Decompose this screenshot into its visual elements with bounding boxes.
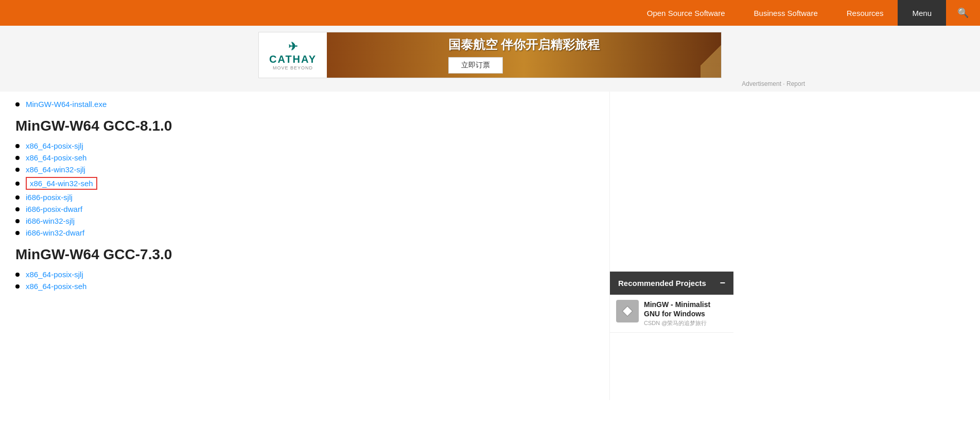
- section-title-gcc730: MinGW-W64 GCC-7.3.0: [15, 246, 594, 263]
- link-i686-posix-dwarf[interactable]: i686-posix-dwarf: [26, 205, 82, 213]
- link-item-x86-posix-sjlj: x86_64-posix-sjlj: [15, 141, 594, 150]
- sidebar: Recommended Projects − MinGW - Minimalis…: [610, 92, 733, 400]
- top-link[interactable]: MinGW-W64-install.exe: [26, 100, 107, 109]
- nav-business[interactable]: Business Software: [740, 0, 832, 26]
- project-info: MinGW - Minimalist GNU for Windows CSDN …: [644, 300, 727, 327]
- link-item-x86-posix-seh: x86_64-posix-seh: [15, 153, 594, 162]
- ad-banner-wrapper: 广告 × ✈ CATHAY MOVE BEYOND 国泰航空 伴你开启精彩旅程 …: [0, 26, 980, 78]
- ad-report-bar: Advertisement · Report: [0, 78, 980, 92]
- ad-main-text: 国泰航空 伴你开启精彩旅程: [448, 37, 600, 53]
- nav-menu-label: Menu: [912, 9, 932, 17]
- nav-open-source[interactable]: Open Source Software: [633, 0, 740, 26]
- diamond-icon: [621, 305, 634, 317]
- link-x86-posix-sjlj[interactable]: x86_64-posix-sjlj: [26, 141, 83, 150]
- top-nav: Open Source Software Business Software R…: [0, 0, 980, 26]
- cathay-sub: MOVE BEYOND: [273, 65, 313, 70]
- recommended-collapse-button[interactable]: −: [720, 278, 725, 289]
- link-item-i686-win32-dwarf: i686-win32-dwarf: [15, 228, 594, 237]
- link-item-gcc730-x86-posix-seh: x86_64-posix-seh: [15, 282, 594, 291]
- nav-open-source-label: Open Source Software: [647, 9, 725, 17]
- bullet-dot: [15, 231, 20, 235]
- section-title-gcc810: MinGW-W64 GCC-8.1.0: [15, 118, 594, 134]
- link-x86-win32-seh[interactable]: x86_64-win32-seh: [26, 177, 97, 190]
- main-layout: MinGW-W64-install.exe MinGW-W64 GCC-8.1.…: [0, 92, 980, 400]
- ad-image[interactable]: 国泰航空 伴你开启精彩旅程 立即订票: [327, 32, 721, 78]
- project-icon: [616, 300, 639, 322]
- link-item-gcc730-x86-posix-sjlj: x86_64-posix-sjlj: [15, 270, 594, 279]
- link-i686-win32-sjlj[interactable]: i686-win32-sjlj: [26, 217, 75, 225]
- recommended-projects-header: Recommended Projects −: [610, 272, 733, 295]
- search-button[interactable]: 🔍: [946, 0, 980, 26]
- link-item-x86-win32-seh-highlighted: x86_64-win32-seh: [15, 177, 594, 190]
- bullet-dot: [15, 195, 20, 200]
- recommended-project-item[interactable]: MinGW - Minimalist GNU for Windows CSDN …: [610, 295, 733, 333]
- cathay-bird-icon: ✈: [288, 40, 297, 53]
- recommended-label: Recommended Projects: [618, 279, 706, 288]
- nav-resources[interactable]: Resources: [832, 0, 898, 26]
- top-link-item: MinGW-W64-install.exe: [15, 100, 594, 109]
- link-x86-posix-seh[interactable]: x86_64-posix-seh: [26, 153, 86, 162]
- link-i686-posix-sjlj[interactable]: i686-posix-sjlj: [26, 193, 73, 202]
- cathay-logo: ✈ CATHAY MOVE BEYOND: [259, 40, 327, 70]
- bullet-dot: [15, 182, 20, 186]
- ad-report-text: Advertisement · Report: [742, 80, 805, 87]
- ad-decoration: [701, 32, 721, 78]
- link-gcc730-x86-posix-seh[interactable]: x86_64-posix-seh: [26, 282, 86, 291]
- search-icon: 🔍: [957, 7, 969, 19]
- project-source: CSDN @荣马的追梦旅行: [644, 319, 727, 327]
- link-item-x86-win32-sjlj: x86_64-win32-sjlj: [15, 165, 594, 174]
- bullet-dot: [15, 144, 20, 148]
- link-i686-win32-dwarf[interactable]: i686-win32-dwarf: [26, 228, 84, 237]
- svg-marker-0: [622, 306, 633, 316]
- cathay-name: CATHAY: [269, 53, 317, 65]
- nav-business-label: Business Software: [754, 9, 818, 17]
- link-item-i686-posix-sjlj: i686-posix-sjlj: [15, 193, 594, 202]
- main-content: MinGW-W64-install.exe MinGW-W64 GCC-8.1.…: [0, 92, 610, 400]
- ad-content: 国泰航空 伴你开启精彩旅程 立即订票: [448, 37, 600, 74]
- bullet-dot: [15, 284, 20, 289]
- bullet-dot: [15, 207, 20, 211]
- bullet-dot: [15, 102, 20, 106]
- nav-resources-label: Resources: [847, 9, 884, 17]
- link-item-i686-posix-dwarf: i686-posix-dwarf: [15, 205, 594, 213]
- bullet-dot: [15, 156, 20, 160]
- project-name: MinGW - Minimalist GNU for Windows: [644, 300, 727, 318]
- link-gcc730-x86-posix-sjlj[interactable]: x86_64-posix-sjlj: [26, 270, 83, 279]
- nav-menu[interactable]: Menu: [898, 0, 946, 26]
- ad-banner: 广告 × ✈ CATHAY MOVE BEYOND 国泰航空 伴你开启精彩旅程 …: [258, 32, 722, 78]
- link-x86-win32-sjlj[interactable]: x86_64-win32-sjlj: [26, 165, 85, 174]
- bullet-dot: [15, 168, 20, 172]
- ad-cta-button[interactable]: 立即订票: [448, 57, 503, 74]
- link-item-i686-win32-sjlj: i686-win32-sjlj: [15, 217, 594, 225]
- bullet-dot: [15, 219, 20, 223]
- bullet-dot: [15, 273, 20, 277]
